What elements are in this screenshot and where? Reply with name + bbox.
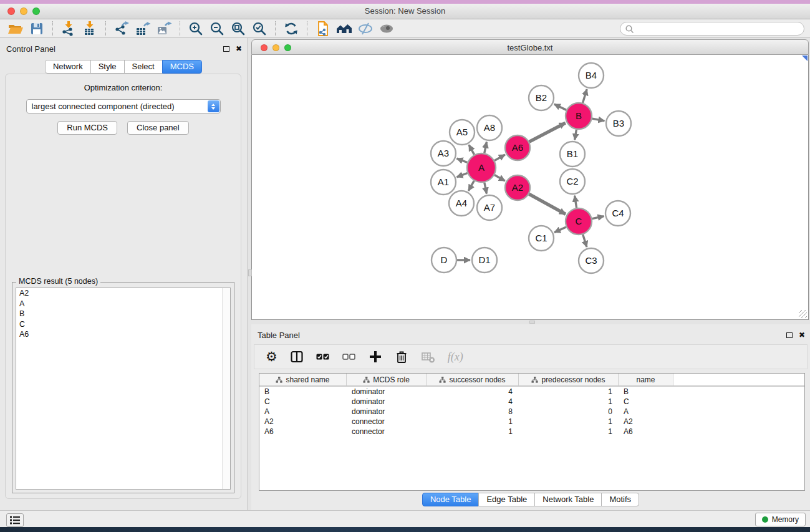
cell[interactable]: dominator [347, 407, 427, 417]
zoom-in-icon[interactable] [185, 20, 206, 37]
tab-motifs[interactable]: Motifs [601, 493, 639, 506]
column-header-successor-nodes[interactable]: successor nodes [427, 374, 519, 385]
select-all-rows-icon[interactable] [316, 350, 330, 364]
tab-style[interactable]: Style [90, 60, 125, 74]
edge-C-C1[interactable] [554, 227, 566, 233]
cell[interactable]: 1 [427, 417, 519, 427]
task-history-button[interactable] [6, 513, 24, 527]
cell[interactable]: connector [347, 417, 427, 427]
memory-button[interactable]: Memory [755, 513, 806, 526]
zoom-fit-icon[interactable] [228, 20, 249, 37]
export-table-icon[interactable] [132, 20, 153, 37]
edge-A-A6[interactable] [494, 155, 505, 160]
edge-B-B2[interactable] [554, 104, 567, 110]
table-row-b[interactable]: Bdominator41B [259, 387, 804, 397]
cell[interactable]: 1 [519, 417, 619, 427]
cell[interactable]: A2 [619, 417, 673, 427]
table-settings-icon[interactable]: ⚙ [266, 351, 277, 364]
save-session-icon[interactable] [26, 20, 47, 37]
edge-A-A5[interactable] [469, 145, 475, 155]
result-item-a6[interactable]: A6 [16, 329, 230, 340]
add-column-icon[interactable] [369, 350, 382, 364]
hide-details-eye-icon[interactable] [355, 20, 376, 37]
edge-A-A4[interactable] [468, 181, 474, 191]
edge-B-B4[interactable] [583, 89, 587, 103]
table-row-a[interactable]: Adominator80A [259, 407, 804, 417]
tab-network-table[interactable]: Network Table [534, 493, 602, 506]
cell[interactable]: 4 [427, 397, 519, 407]
cell[interactable]: 8 [427, 407, 519, 417]
close-panel-button[interactable]: Close panel [127, 121, 189, 135]
deselect-all-rows-icon[interactable] [342, 350, 356, 364]
function-builder-icon[interactable]: f(x) [448, 351, 463, 364]
cell[interactable]: 1 [427, 427, 519, 437]
tab-select[interactable]: Select [124, 60, 163, 74]
cell[interactable]: A2 [259, 417, 347, 427]
home-icon[interactable] [334, 20, 355, 37]
zoom-out-icon[interactable] [206, 20, 228, 37]
cell[interactable]: A6 [619, 427, 673, 437]
column-layout-icon[interactable] [290, 350, 304, 364]
search-field[interactable] [620, 22, 804, 36]
network-resize-grip[interactable] [799, 310, 807, 318]
cell[interactable]: C [259, 397, 347, 407]
delete-column-icon[interactable] [395, 350, 408, 364]
table-row-a2[interactable]: A2connector11A2 [259, 417, 804, 427]
export-network-icon[interactable] [111, 20, 132, 37]
edge-B-B3[interactable] [592, 118, 605, 121]
cell[interactable]: 1 [519, 387, 619, 397]
result-item-a[interactable]: A [16, 299, 230, 309]
edge-A-A1[interactable] [457, 173, 468, 177]
zoom-selected-icon[interactable] [249, 20, 270, 37]
cell[interactable]: connector [347, 427, 427, 437]
result-item-b[interactable]: B [16, 309, 230, 319]
close-panel-icon[interactable]: ✖ [236, 45, 242, 52]
table-float-panel-icon[interactable] [786, 332, 793, 338]
cell[interactable]: dominator [347, 387, 427, 397]
cell[interactable]: C [619, 397, 673, 407]
open-file-icon[interactable] [5, 20, 26, 37]
network-from-document-icon[interactable] [312, 20, 334, 37]
run-mcds-button[interactable]: Run MCDS [57, 121, 117, 135]
edge-C-C2[interactable] [575, 196, 577, 208]
show-details-eye-icon[interactable] [376, 20, 397, 37]
column-header-shared-name[interactable]: shared name [259, 374, 347, 385]
import-network-icon[interactable] [58, 20, 79, 37]
float-panel-icon[interactable] [223, 46, 229, 52]
cell[interactable]: B [619, 387, 673, 397]
cell[interactable]: A [619, 407, 673, 417]
edge-A-A2[interactable] [494, 175, 505, 181]
vertical-splitter-handle[interactable] [248, 269, 252, 276]
edge-B-B1[interactable] [575, 130, 577, 140]
edge-A6-B[interactable] [529, 123, 566, 142]
table-close-panel-icon[interactable]: ✖ [799, 331, 805, 339]
horizontal-splitter-handle[interactable] [529, 321, 535, 324]
tab-mcds[interactable]: MCDS [162, 60, 202, 74]
tab-network[interactable]: Network [45, 60, 91, 74]
cell[interactable]: 4 [427, 387, 519, 397]
cell[interactable]: B [259, 387, 347, 397]
result-list-scrollbar[interactable] [222, 288, 230, 489]
table-row-a6[interactable]: A6connector11A6 [259, 427, 804, 437]
delete-table-icon[interactable] [421, 350, 435, 364]
search-input[interactable] [634, 23, 804, 34]
edge-C-C4[interactable] [592, 216, 604, 219]
edge-A-A7[interactable] [485, 183, 487, 194]
column-header-name[interactable]: name [619, 374, 673, 385]
cell[interactable]: 1 [519, 427, 619, 437]
edge-A-A3[interactable] [457, 158, 468, 162]
edge-A2-C[interactable] [529, 194, 566, 214]
edge-A-A8[interactable] [485, 142, 487, 153]
criterion-dropdown[interactable]: largest connected component (directed) [26, 99, 221, 114]
edge-C-C3[interactable] [583, 235, 587, 247]
network-canvas[interactable]: B4B2BB3A8A5A6A3B1AA1C2A2A4A7C4CC1C3DD1 [251, 55, 809, 320]
result-item-c[interactable]: C [16, 319, 230, 330]
column-header-mcds-role[interactable]: MCDS role [347, 374, 427, 385]
refresh-icon[interactable] [281, 20, 302, 37]
cell[interactable]: A [259, 407, 347, 417]
cell[interactable]: 0 [519, 407, 619, 417]
cell[interactable]: A6 [259, 427, 347, 437]
export-image-icon[interactable] [153, 20, 175, 37]
tab-node-table[interactable]: Node Table [422, 493, 480, 506]
cell[interactable]: 1 [519, 397, 619, 407]
